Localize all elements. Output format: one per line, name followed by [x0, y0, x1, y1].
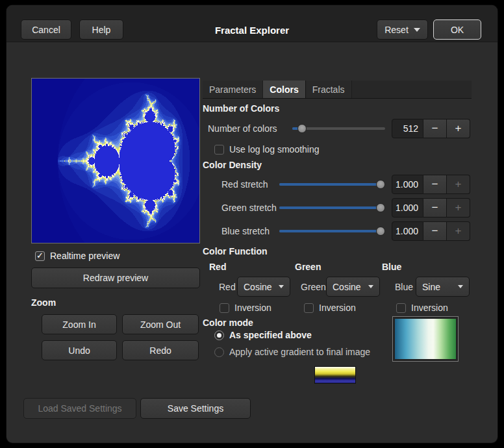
tab-parameters[interactable]: Parameters — [203, 81, 263, 98]
number-of-colors-heading: Number of Colors — [203, 103, 279, 114]
green-function-dropdown[interactable]: Cosine — [326, 277, 380, 297]
slider-handle[interactable] — [297, 124, 307, 133]
tab-colors[interactable]: Colors — [263, 81, 305, 98]
realtime-preview-checkbox[interactable]: Realtime preview — [35, 250, 120, 262]
minus-icon: − — [432, 178, 438, 191]
color-mode-heading: Color mode — [203, 317, 253, 328]
zoom-in-button[interactable]: Zoom In — [42, 314, 117, 334]
green-column-header: Green — [295, 262, 321, 272]
plus-icon: + — [455, 225, 462, 238]
slider-handle[interactable] — [376, 180, 385, 189]
number-of-colors-input[interactable] — [392, 119, 423, 138]
red-inversion-label: Inversion — [234, 303, 271, 313]
notebook-tabbar: Parameters Colors Fractals — [203, 81, 472, 99]
green-inversion-label: Inversion — [319, 303, 356, 313]
undo-button[interactable]: Undo — [42, 340, 117, 360]
minus-icon: − — [432, 122, 438, 135]
checkbox-icon — [214, 145, 224, 155]
red-function-value: Cosine — [244, 282, 272, 292]
fractal-explorer-window: Cancel Help Fractal Explorer Reset OK Re… — [6, 5, 498, 443]
checkbox-icon — [304, 303, 314, 313]
blue-column-header: Blue — [382, 262, 401, 272]
radio-icon — [214, 330, 224, 340]
slider-fill — [279, 206, 381, 209]
red-stretch-label: Red stretch — [221, 179, 268, 190]
chevron-down-icon — [368, 285, 373, 288]
slider-fill — [279, 183, 381, 186]
green-stretch-label: Green stretch — [221, 203, 277, 213]
red-stretch-increment-button: + — [447, 175, 470, 194]
reset-button[interactable]: Reset — [377, 19, 428, 40]
slider-handle[interactable] — [376, 227, 385, 236]
number-of-colors-decrement-button[interactable]: − — [423, 119, 447, 138]
green-function-label: Green — [301, 282, 326, 292]
log-log-smoothing-label: Use log log smoothing — [229, 144, 320, 155]
apply-active-gradient-label: Apply active gradient to final image — [229, 347, 370, 357]
blue-stretch-slider[interactable] — [279, 222, 385, 240]
blue-stretch-label: Blue stretch — [221, 226, 270, 236]
titlebar: Cancel Help Fractal Explorer Reset OK — [6, 5, 498, 42]
redraw-preview-button[interactable]: Redraw preview — [31, 268, 200, 288]
green-inversion-checkbox[interactable]: Inversion — [304, 302, 356, 314]
blue-inversion-checkbox[interactable]: Inversion — [396, 302, 448, 314]
blue-stretch-decrement-button[interactable]: − — [423, 221, 447, 241]
ok-button[interactable]: OK — [433, 19, 481, 40]
blue-stretch-input[interactable] — [392, 221, 423, 241]
log-log-smoothing-checkbox[interactable]: Use log log smoothing — [214, 143, 320, 155]
save-settings-button[interactable]: Save Settings — [140, 398, 251, 419]
blue-function-value: Sine — [422, 282, 440, 292]
number-of-colors-slider[interactable] — [292, 119, 385, 138]
green-stretch-decrement-button[interactable]: − — [423, 198, 447, 218]
chevron-down-icon — [458, 285, 463, 288]
slider-fill — [279, 230, 381, 232]
cancel-button[interactable]: Cancel — [21, 19, 71, 40]
window-title: Fractal Explorer — [169, 25, 335, 36]
blue-stretch-increment-button: + — [447, 221, 470, 241]
plus-icon: + — [455, 122, 462, 135]
number-of-colors-increment-button[interactable]: + — [447, 119, 470, 138]
chevron-down-icon — [414, 28, 420, 32]
zoom-out-button[interactable]: Zoom Out — [122, 314, 199, 334]
blue-inversion-label: Inversion — [411, 303, 448, 313]
blue-function-label: Blue — [395, 282, 413, 292]
slider-handle[interactable] — [376, 203, 385, 212]
red-column-header: Red — [209, 262, 226, 272]
checkbox-icon — [220, 303, 229, 313]
red-function-dropdown[interactable]: Cosine — [237, 277, 290, 297]
fractal-preview-frame — [31, 78, 200, 243]
color-function-preview — [392, 316, 459, 362]
checkbox-icon — [35, 251, 45, 261]
minus-icon: − — [432, 225, 438, 238]
red-stretch-input[interactable] — [392, 175, 423, 194]
as-specified-above-label: As specified above — [229, 330, 312, 340]
realtime-preview-label: Realtime preview — [50, 251, 120, 261]
color-function-gradient — [395, 319, 456, 359]
reset-label: Reset — [384, 25, 409, 35]
help-button[interactable]: Help — [79, 19, 123, 40]
green-function-value: Cosine — [333, 282, 361, 292]
zoom-heading: Zoom — [31, 297, 56, 308]
active-gradient-button[interactable] — [314, 366, 356, 384]
green-stretch-input[interactable] — [392, 198, 423, 218]
plus-icon: + — [455, 201, 462, 214]
red-stretch-decrement-button[interactable]: − — [423, 175, 447, 194]
checkbox-icon — [396, 303, 406, 313]
plus-icon: + — [455, 178, 462, 191]
load-saved-settings-button: Load Saved Settings — [23, 398, 136, 419]
blue-function-dropdown[interactable]: Sine — [416, 277, 470, 297]
color-density-heading: Color Density — [203, 160, 262, 170]
apply-active-gradient-radio[interactable]: Apply active gradient to final image — [214, 346, 370, 358]
color-function-heading: Color Function — [203, 246, 268, 256]
minus-icon: − — [432, 201, 438, 214]
red-function-label: Red — [219, 282, 236, 292]
tab-fractals[interactable]: Fractals — [306, 81, 352, 98]
redo-button[interactable]: Redo — [122, 340, 199, 360]
as-specified-above-radio[interactable]: As specified above — [214, 329, 312, 341]
red-stretch-spinbox: − + — [392, 175, 470, 194]
fractal-preview-canvas[interactable] — [32, 79, 199, 243]
radio-icon — [214, 347, 224, 357]
red-inversion-checkbox[interactable]: Inversion — [220, 302, 271, 314]
number-of-colors-label: Number of colors — [208, 123, 277, 134]
green-stretch-slider[interactable] — [279, 199, 385, 217]
red-stretch-slider[interactable] — [279, 175, 385, 193]
